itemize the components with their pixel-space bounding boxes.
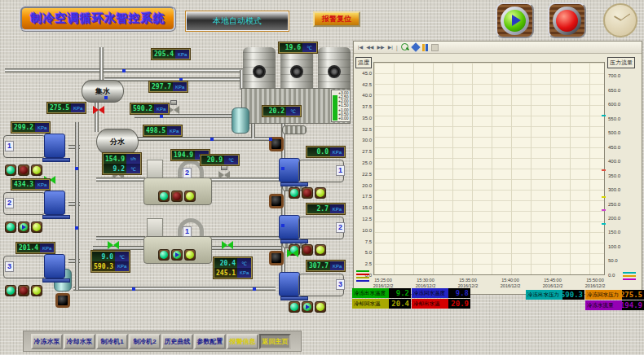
pipe-sensor-dot bbox=[75, 167, 78, 170]
pen-value: 194.9 bbox=[622, 300, 644, 310]
display-unit: ℃ bbox=[237, 258, 251, 268]
dosing-tank bbox=[232, 107, 249, 134]
list-item: 40.0 bbox=[355, 93, 372, 98]
legend-line bbox=[356, 277, 369, 278]
chiller-status-lights bbox=[158, 191, 196, 202]
list-item: 400.0 bbox=[608, 159, 641, 164]
pen-status-bar: 冷冻出水压力 590.3 bbox=[526, 290, 584, 300]
zoom-icon[interactable] bbox=[401, 43, 409, 51]
list-item: 7.5 bbox=[355, 239, 372, 244]
list-item: 550.0 bbox=[608, 116, 641, 121]
list-item: 10.0 bbox=[355, 228, 372, 233]
display-row: 20.4 ℃ bbox=[214, 258, 251, 268]
start-icon bbox=[504, 10, 526, 32]
ready-light bbox=[31, 164, 42, 176]
chiller-number-badge: 1 bbox=[183, 226, 192, 237]
stop-icon bbox=[556, 10, 578, 32]
pen-status-bar: 冷冻水流量 194.9 bbox=[585, 300, 644, 310]
export-icon[interactable] bbox=[431, 44, 439, 51]
pen-status-bar: 冷冻回水温度 9.8 bbox=[412, 288, 470, 298]
status-light bbox=[171, 249, 183, 261]
chiller-2[interactable]: 2 bbox=[143, 160, 212, 207]
display-value: 194.9 bbox=[172, 151, 195, 160]
display-unit: KPa bbox=[330, 261, 344, 270]
display-value: 19.6 bbox=[280, 43, 302, 52]
right-pump-1[interactable]: 1 bbox=[279, 155, 354, 199]
legend-line bbox=[623, 272, 636, 274]
display-unit: ℃ bbox=[224, 156, 238, 164]
legend-line bbox=[623, 275, 636, 277]
collector-tank-label: 集水 bbox=[95, 86, 110, 97]
display-row: 154.9 t/h bbox=[104, 154, 140, 164]
pressure-pens-legend bbox=[623, 272, 636, 280]
legend-line bbox=[356, 274, 369, 275]
level-bar bbox=[333, 91, 337, 121]
display-value: 9.0 bbox=[92, 252, 115, 261]
pump-base bbox=[280, 182, 308, 186]
nav-cooling-pumps[interactable]: 冷却水泵 bbox=[64, 334, 95, 349]
pen-label: 冷却出水温 bbox=[412, 299, 448, 309]
nav-chiller-1[interactable]: 制冷机1 bbox=[96, 334, 128, 349]
display-value: 245.1 bbox=[214, 268, 237, 278]
pen-status-bar: 冷冻回水压力 275.5 bbox=[585, 290, 644, 300]
nav-return-home[interactable]: 返回主页 bbox=[259, 334, 291, 349]
chiller2-inlet-display: 154.9 t/h 9.2 ℃ bbox=[103, 153, 141, 174]
display-unit: KPa bbox=[175, 50, 189, 59]
pipe-segment bbox=[73, 287, 276, 291]
pen-value: 9.2 bbox=[389, 288, 411, 298]
go-previous-button[interactable]: ◀◀ bbox=[366, 44, 373, 50]
chiller-cabinet bbox=[147, 218, 163, 238]
mode-indicator: 本地自动模式 bbox=[186, 11, 289, 31]
pipe-sensor-dot bbox=[122, 69, 126, 72]
pen-value: 20.4 bbox=[389, 299, 411, 309]
distributor-tank: 分水 bbox=[96, 129, 139, 155]
plot-area bbox=[373, 62, 605, 275]
nav-history-curves[interactable]: 历史曲线 bbox=[161, 334, 193, 349]
pipe-sensor-dot bbox=[104, 96, 108, 99]
pipe-sensor-dot bbox=[132, 287, 135, 291]
left-pump-2[interactable]: 2 bbox=[3, 189, 75, 233]
nav-chilled-pumps[interactable]: 冷冻水泵 bbox=[31, 334, 63, 349]
list-item: 500.0 bbox=[608, 130, 641, 135]
pump-number-badge: 2 bbox=[336, 222, 345, 233]
left-axis-ticks: 47.545.042.540.037.535.032.530.027.525.0… bbox=[355, 59, 372, 278]
nav-chiller-2[interactable]: 制冷机2 bbox=[129, 334, 161, 349]
pipe-sensor-dot bbox=[160, 115, 163, 118]
list-item: +0.00 bbox=[338, 116, 349, 121]
pen-value: 275.5 bbox=[622, 290, 644, 300]
stop-button[interactable] bbox=[548, 2, 586, 38]
left-pump-3[interactable]: 3 bbox=[3, 252, 75, 296]
right-pump1-pressure-display: 0.0 KPa bbox=[307, 147, 345, 157]
pen-label: 冷却回水温 bbox=[352, 299, 389, 309]
left-pump1-pressure-display: 299.2 KPa bbox=[11, 122, 50, 133]
pipe-segment bbox=[96, 236, 145, 240]
green-valve-icon bbox=[287, 249, 298, 257]
pump-base bbox=[280, 239, 308, 243]
go-first-button[interactable]: |◀ bbox=[358, 44, 363, 50]
alarm-reset-button[interactable]: 报警复位 bbox=[313, 11, 360, 27]
left-pump2-pressure-display: 434.3 KPa bbox=[11, 179, 50, 190]
page-title: 制冷空调循环水智控系统 bbox=[20, 6, 176, 32]
left-pump-1[interactable]: 1 bbox=[3, 132, 75, 176]
trend-chart-panel: |◀ ◀◀ ▶▶ ▶| | 47.545.042.540.037.535.032… bbox=[353, 41, 642, 295]
pipe-sensor-dot bbox=[210, 138, 214, 141]
display-unit: KPa bbox=[71, 103, 85, 112]
pipe-segment bbox=[133, 137, 283, 141]
right-pump-3[interactable]: 3 bbox=[279, 269, 354, 313]
nav-parameter-config[interactable]: 参数配置 bbox=[194, 334, 226, 349]
start-button[interactable] bbox=[496, 2, 534, 38]
pens-icon[interactable] bbox=[422, 44, 428, 51]
display-value: 434.3 bbox=[12, 180, 35, 189]
go-next-button[interactable]: ▶▶ bbox=[377, 44, 384, 50]
display-unit: KPa bbox=[330, 204, 344, 213]
filter-icon bbox=[282, 125, 307, 134]
go-last-button[interactable]: ▶| bbox=[388, 44, 393, 50]
chiller-1[interactable]: 1 bbox=[143, 218, 212, 265]
clock-minute-hand bbox=[620, 14, 630, 21]
pump-status-lights bbox=[5, 164, 42, 176]
pan-icon[interactable] bbox=[411, 42, 420, 51]
chiller-status-lights bbox=[158, 249, 196, 261]
pen-label: 冷冻水流量 bbox=[585, 300, 622, 310]
nav-alarm-info[interactable]: 报警信息 bbox=[227, 334, 258, 349]
pipe-segment bbox=[251, 124, 255, 138]
